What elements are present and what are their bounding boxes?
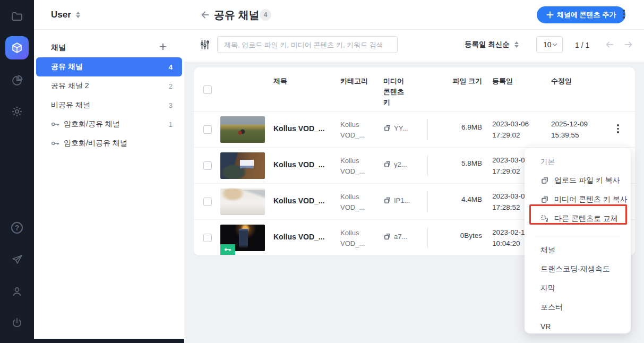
channel-section-title: 채널	[51, 43, 66, 53]
user-switcher-label: User	[51, 10, 71, 20]
copy-icon	[383, 196, 391, 204]
cube-icon[interactable]	[5, 36, 29, 59]
menu-item-label: 채널	[540, 245, 555, 255]
row-context-menu: 기본 업로드 파일 키 복사 미디어 콘텐츠 키 복사 다른 콘텐츠로 교체 채…	[525, 148, 631, 333]
video-thumbnail[interactable]	[220, 188, 265, 215]
content-title[interactable]: Kollus VOD_...	[273, 160, 324, 169]
channel-count-badge: 4	[260, 9, 271, 21]
registered-date: 2023-03-0617:29:02	[492, 118, 529, 141]
file-size: 6.9MB	[461, 123, 482, 131]
table-header-row: 제목 카테고리 미디어 콘텐츠 키 파일 크기 등록일 수정일	[194, 67, 635, 112]
menu-section-label: 기본	[525, 153, 631, 171]
content-title[interactable]: Kollus VOD_...	[273, 196, 324, 205]
content-category: KollusVOD_...	[340, 119, 365, 141]
back-arrow-icon[interactable]	[199, 9, 211, 21]
content-category: KollusVOD_...	[340, 228, 365, 249]
left-rail: ?	[0, 0, 34, 339]
menu-item-label: 다른 콘텐츠로 교체	[554, 214, 618, 224]
video-thumbnail[interactable]	[220, 116, 265, 143]
column-media-key: 미디어 콘텐츠 키	[383, 76, 404, 108]
column-title: 제목	[273, 76, 287, 87]
content-title[interactable]: Kollus VOD_...	[273, 124, 324, 133]
row-checkbox[interactable]	[203, 198, 212, 206]
menu-item-copy-upload-file-key[interactable]: 업로드 파일 키 복사	[525, 171, 631, 190]
content-title[interactable]: Kollus VOD_...	[273, 233, 324, 241]
row-checkbox[interactable]	[203, 125, 212, 134]
menu-item-transcoding-speed[interactable]: 트랜스코딩·재생속도	[525, 260, 631, 279]
sidebar-item-label: 암호화/비공유 채널	[64, 139, 127, 148]
header-kebab-menu-icon[interactable]	[623, 10, 625, 19]
send-icon[interactable]	[10, 253, 24, 267]
menu-item-replace-content[interactable]: 다른 콘텐츠로 교체	[525, 209, 631, 228]
filter-sliders-icon[interactable]	[199, 39, 211, 50]
menu-item-vr[interactable]: VR	[525, 317, 631, 336]
pie-chart-icon[interactable]	[10, 74, 24, 88]
content-category: KollusVOD_...	[340, 192, 365, 213]
add-content-button-label: 채널에 콘텐츠 추가	[557, 10, 616, 20]
sidebar-item-label: 공유 채널 2	[51, 81, 89, 91]
table-row: Kollus VOD_... KollusVOD_... YY... 6.9MB…	[194, 112, 635, 148]
prev-page-icon[interactable]	[604, 39, 615, 50]
sidebar-item-label: 암호화/공유 채널	[64, 119, 120, 129]
media-content-key[interactable]: a7...	[383, 233, 407, 241]
select-all-checkbox[interactable]	[203, 85, 212, 94]
sidebar-item-encrypted-shared-channel[interactable]: 암호화/공유 채널 1	[36, 115, 182, 134]
column-size: 파일 크기	[452, 76, 482, 87]
sidebar-item-shared-channel[interactable]: 공유 채널 4	[36, 57, 182, 76]
video-thumbnail[interactable]	[220, 152, 265, 179]
column-category: 카테고리	[340, 76, 368, 87]
menu-item-label: VR	[540, 322, 551, 331]
sidebar-item-count: 1	[169, 121, 173, 128]
sidebar-item-private-channel[interactable]: 비공유 채널 3	[36, 96, 182, 115]
sidebar-item-label: 비공유 채널	[51, 100, 90, 110]
video-thumbnail[interactable]	[220, 225, 265, 251]
replace-icon	[540, 215, 549, 223]
search-input[interactable]	[217, 36, 398, 53]
column-modified: 수정일	[551, 76, 572, 87]
copy-icon	[383, 233, 391, 241]
page-size-select[interactable]: 10	[536, 36, 563, 53]
sidebar-item-count: 2	[169, 82, 173, 90]
add-content-button[interactable]: 채널에 콘텐츠 추가	[537, 6, 625, 23]
media-content-key[interactable]: IP1...	[383, 196, 410, 204]
add-channel-icon[interactable]	[159, 42, 167, 53]
page-title: 공유 채널	[214, 8, 260, 22]
user-icon[interactable]	[10, 285, 24, 298]
folder-icon[interactable]	[10, 10, 24, 23]
chevron-down-icon	[552, 41, 558, 48]
row-checkbox[interactable]	[203, 234, 212, 242]
user-switcher[interactable]: User	[34, 0, 184, 30]
page-size-value: 10	[543, 40, 552, 49]
key-icon	[224, 246, 232, 253]
next-page-icon[interactable]	[623, 39, 634, 50]
registered-date: 2023-02-1410:04:20	[492, 227, 529, 249]
row-checkbox[interactable]	[203, 161, 212, 170]
sort-control[interactable]: 등록일 최신순	[465, 40, 519, 49]
row-kebab-menu-icon[interactable]	[617, 124, 619, 133]
menu-item-channel[interactable]: 채널	[525, 241, 631, 260]
sidebar-item-shared-channel-2[interactable]: 공유 채널 2 2	[36, 76, 182, 96]
copy-icon	[540, 195, 549, 204]
main-header: 공유 채널 4 채널에 콘텐츠 추가 등록일 최신순 10 1 / 1	[184, 0, 644, 62]
menu-item-copy-media-content-key[interactable]: 미디어 콘텐츠 키 복사	[525, 190, 631, 209]
file-size: 4.4MB	[461, 195, 482, 203]
media-content-key[interactable]: YY...	[383, 124, 408, 132]
media-content-key[interactable]: y2...	[383, 160, 407, 168]
gear-icon[interactable]	[10, 105, 24, 118]
power-icon[interactable]	[10, 316, 24, 330]
menu-item-label: 자막	[540, 284, 555, 293]
file-size: 0Bytes	[460, 231, 482, 239]
file-size: 5.8MB	[461, 159, 482, 167]
sidebar-item-count: 3	[169, 101, 173, 109]
sidebar-item-encrypted-private-channel[interactable]: 암호화/비공유 채널	[36, 134, 182, 153]
channel-sidebar: User 채널 공유 채널 4 공유 채널 2 2 비공유 채널 3 암호화/공…	[34, 0, 184, 339]
menu-item-subtitles[interactable]: 자막	[525, 279, 631, 298]
copy-icon	[540, 176, 549, 185]
column-registered: 등록일	[492, 76, 513, 87]
registered-date: 2023-03-0617:28:52	[492, 191, 529, 213]
menu-item-poster[interactable]: 포스터	[525, 298, 631, 317]
plus-icon	[546, 11, 554, 19]
content-category: KollusVOD_...	[340, 156, 365, 177]
help-icon[interactable]: ?	[10, 221, 24, 235]
sort-label: 등록일 최신순	[465, 40, 510, 49]
